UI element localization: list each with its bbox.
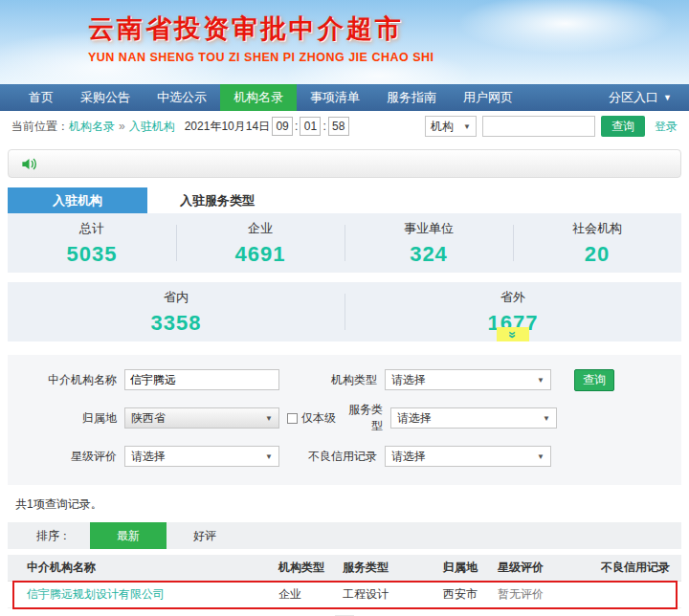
result-count: 共1项查询记录。 [15, 496, 689, 513]
chevron-down-icon: ▼ [265, 452, 273, 461]
top-search-button[interactable]: 查询 [601, 116, 645, 137]
region-label: 归属地 [8, 410, 124, 427]
breadcrumb-prefix: 当前位置： [11, 119, 69, 135]
tab-service-types[interactable]: 入驻服务类型 [147, 187, 287, 213]
stat-value: 3358 [151, 311, 202, 336]
header-credit-record: 不良信用记录 [593, 560, 681, 576]
header-org-type: 机构类型 [271, 560, 335, 576]
breadcrumb-link-directory[interactable]: 机构名录 [69, 119, 115, 135]
service-type-label: 服务类型 [344, 402, 390, 434]
nav-item-user[interactable]: 用户网页 [450, 84, 526, 111]
top-search-input[interactable] [482, 116, 595, 137]
header-star-rating: 星级评价 [490, 560, 593, 576]
clock-colon: : [322, 120, 325, 133]
org-name-label: 中介机构名称 [8, 372, 124, 388]
stat-label: 省内 [164, 289, 189, 306]
clock-colon: : [295, 120, 298, 133]
stats-panel-region: 省内 3358 省外 1677 » [8, 282, 681, 341]
nav-item-directory[interactable]: 机构名录 [220, 84, 297, 111]
credit-record-select[interactable]: 请选择 ▼ [385, 446, 551, 467]
nav-item-selection[interactable]: 中选公示 [144, 84, 220, 111]
stat-value: 4691 [235, 242, 286, 267]
select-value: 请选择 [131, 449, 166, 465]
result-org-name-link[interactable]: 信宇腾远规划设计有限公司 [8, 586, 271, 603]
clock-hours: 09 [272, 117, 293, 136]
clock-seconds: 58 [328, 117, 349, 136]
nav-item-guide[interactable]: 服务指南 [373, 84, 450, 111]
sort-bar: 排序： 最新 好评 [8, 522, 681, 549]
sort-option-best[interactable]: 好评 [167, 522, 243, 549]
stat-label: 总计 [79, 220, 104, 237]
stat-value: 324 [410, 242, 448, 267]
filter-row-3: 星级评价 请选择 ▼ 不良信用记录 请选择 ▼ [8, 445, 681, 468]
announcement-bar [8, 149, 681, 178]
service-type-select[interactable]: 请选择 ▼ [390, 407, 557, 429]
tab-resident-orgs[interactable]: 入驻机构 [8, 187, 147, 213]
sort-option-newest[interactable]: 最新 [90, 522, 167, 549]
region-select[interactable]: 陕西省 ▼ [124, 407, 279, 429]
nav-item-home[interactable]: 首页 [15, 84, 67, 111]
chevron-down-icon: ▼ [265, 414, 273, 423]
stat-enterprise: 企业 4691 [176, 213, 344, 273]
site-title: 云南省投资审批中介超市 [88, 11, 434, 46]
breadcrumb-link-resident[interactable]: 入驻机构 [129, 119, 175, 135]
stat-label: 社会机构 [572, 220, 622, 237]
select-value: 请选择 [391, 449, 426, 465]
header-org-name: 中介机构名称 [8, 560, 271, 576]
only-local-group: 仅本级 [287, 410, 344, 427]
star-rating-select[interactable]: 请选择 ▼ [124, 446, 279, 467]
zone-entry-label: 分区入口 [609, 89, 658, 106]
header-service-type: 服务类型 [335, 560, 435, 576]
stat-institution: 事业单位 324 [344, 213, 513, 273]
site-header: 云南省投资审批中介超市 YUN NAN SHENG TOU ZI SHEN PI… [0, 0, 689, 84]
site-title-block: 云南省投资审批中介超市 YUN NAN SHENG TOU ZI SHEN PI… [88, 11, 434, 64]
table-header-row: 中介机构名称 机构类型 服务类型 归属地 星级评价 不良信用记录 [8, 555, 681, 582]
select-value: 请选择 [391, 372, 426, 388]
chevron-down-icon: ▼ [663, 93, 672, 102]
org-type-select[interactable]: 请选择 ▼ [385, 369, 551, 390]
login-link[interactable]: 登录 [655, 119, 678, 135]
result-service-type: 工程设计 [335, 586, 435, 603]
double-chevron-down-icon: » [506, 331, 520, 339]
nav-item-matters[interactable]: 事项清单 [297, 84, 373, 111]
search-category-select[interactable]: 机构 ▼ [425, 116, 477, 137]
expand-toggle[interactable]: » [497, 327, 529, 341]
chevron-down-icon: ▼ [463, 122, 471, 131]
table-row: 信宇腾远规划设计有限公司 企业 工程设计 西安市 暂无评价 [8, 582, 681, 608]
zone-entry-dropdown[interactable]: 分区入口 ▼ [591, 84, 689, 111]
stat-in-province: 省内 3358 [8, 282, 344, 341]
stat-label: 省外 [500, 289, 525, 306]
stat-value: 20 [585, 242, 610, 267]
current-date: 2021年10月14日 [185, 119, 270, 135]
site-subtitle: YUN NAN SHENG TOU ZI SHEN PI ZHONG JIE C… [88, 51, 434, 64]
org-name-input[interactable] [124, 369, 279, 390]
star-rating-label: 星级评价 [8, 449, 124, 465]
top-search-group: 机构 ▼ 查询 登录 [425, 116, 678, 137]
header-region: 归属地 [435, 560, 490, 576]
clock-minutes: 01 [300, 117, 321, 136]
filter-row-1: 中介机构名称 机构类型 请选择 ▼ 查询 [8, 368, 681, 391]
result-org-type: 企业 [271, 586, 335, 603]
sort-label: 排序： [36, 528, 71, 544]
filter-query-button[interactable]: 查询 [574, 369, 614, 391]
filter-row-2: 归属地 陕西省 ▼ 仅本级 服务类型 请选择 ▼ [8, 407, 681, 429]
stat-label: 企业 [248, 220, 273, 237]
only-local-checkbox[interactable] [287, 413, 298, 424]
speaker-icon [20, 155, 38, 173]
chevron-down-icon: ▼ [543, 414, 550, 423]
stat-total: 总计 5035 [8, 213, 176, 273]
result-star-rating: 暂无评价 [490, 586, 593, 603]
stats-tabs: 入驻机构 入驻服务类型 [8, 187, 681, 213]
chevron-down-icon: ▼ [537, 452, 545, 461]
org-type-label: 机构类型 [279, 372, 385, 388]
stats-panel-totals: 总计 5035 企业 4691 事业单位 324 社会机构 20 [8, 213, 681, 273]
filter-form: 中介机构名称 机构类型 请选择 ▼ 查询 归属地 陕西省 ▼ 仅本级 服务类型 … [8, 355, 681, 485]
select-value: 请选择 [397, 410, 432, 427]
select-value: 陕西省 [131, 410, 166, 427]
results-table: 中介机构名称 机构类型 服务类型 归属地 星级评价 不良信用记录 信宇腾远规划设… [8, 555, 681, 608]
nav-item-procurement[interactable]: 采购公告 [67, 84, 144, 111]
breadcrumb-bar: 当前位置： 机构名录 » 入驻机构 2021年10月14日 09 : 01 : … [0, 111, 689, 142]
chevron-down-icon: ▼ [537, 376, 545, 385]
result-region: 西安市 [435, 586, 490, 603]
main-nav: 首页 采购公告 中选公示 机构名录 事项清单 服务指南 用户网页 分区入口 ▼ [0, 84, 689, 111]
